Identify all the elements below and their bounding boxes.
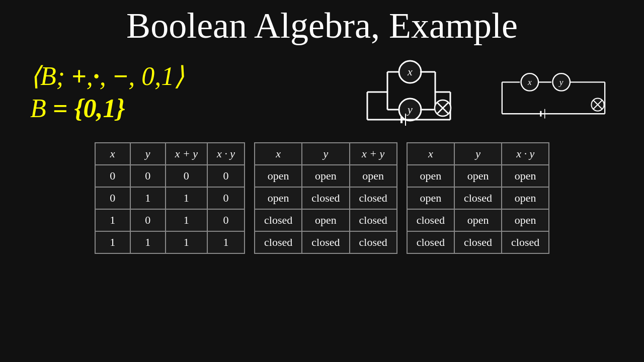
col-header-y2: y	[302, 143, 349, 165]
parallel-table: x y x + y openopenopenopenclosedclosedcl…	[254, 142, 397, 254]
col-header-xdoty3: x · y	[502, 143, 549, 165]
col-header-xplusy: x + y	[166, 143, 207, 165]
svg-text:y: y	[558, 77, 564, 87]
numeric-table: x y x + y x · y 0000011010101111	[95, 142, 245, 254]
table-row: 1111	[95, 231, 245, 253]
table-row: 0000	[95, 165, 245, 187]
svg-text:x: x	[527, 77, 532, 87]
col-header-x: x	[95, 143, 130, 165]
svg-text:y: y	[407, 103, 413, 116]
algebra-line1: ⟨B; +,·, −, 0,1⟩	[30, 61, 357, 91]
table-row: closedopenclosed	[255, 209, 397, 231]
table-row: 0110	[95, 187, 245, 209]
col-header-x2: x	[255, 143, 302, 165]
table-row: openopenopen	[255, 165, 397, 187]
table-row: closedclosedclosed	[407, 231, 549, 253]
col-header-y3: y	[454, 143, 502, 165]
algebra-section: ⟨B; +,·, −, 0,1⟩ B = {0,1}	[20, 61, 357, 123]
table-row: 1010	[95, 209, 245, 231]
circuits-section: x y	[357, 49, 609, 135]
table-row: openopenopen	[407, 165, 549, 187]
tables-section: x y x + y x · y 0000011010101111 x y x +…	[0, 137, 644, 259]
col-header-y: y	[130, 143, 166, 165]
algebra-line2: B = {0,1}	[30, 94, 357, 123]
series-table: x y x · y openopenopenopenclosedopenclos…	[407, 142, 550, 254]
col-header-xdoty: x · y	[207, 143, 245, 165]
table-row: closedclosedclosed	[255, 231, 397, 253]
parallel-circuit: x y	[357, 49, 468, 135]
table-row: closedopenopen	[407, 209, 549, 231]
table-row: openclosedclosed	[255, 187, 397, 209]
table-row: openclosedopen	[407, 187, 549, 209]
col-header-x3: x	[407, 143, 454, 165]
svg-text:x: x	[407, 65, 413, 78]
col-header-xplusy2: x + y	[350, 143, 397, 165]
series-circuit: x y	[498, 49, 609, 135]
page-title: Boolean Algebra, Example	[0, 0, 644, 47]
